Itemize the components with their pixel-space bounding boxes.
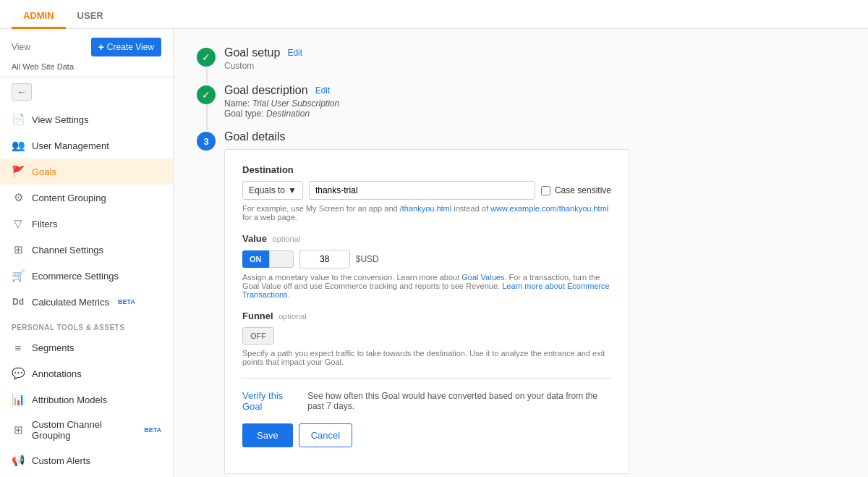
- hint-link-2[interactable]: www.example.com/thankyou.html: [490, 204, 608, 213]
- name-label: Name:: [224, 98, 250, 109]
- create-view-label: Create View: [107, 42, 154, 52]
- step-2-content: Goal description Edit Name: Trial User S…: [224, 84, 845, 119]
- step-2-title-row: Goal description Edit: [224, 84, 845, 97]
- beta-badge-calculated: BETA: [118, 298, 135, 305]
- step-line-1: [206, 67, 208, 84]
- personal-tools-label: PERSONAL TOOLS & ASSETS: [0, 315, 173, 334]
- sidebar: View + Create View All Web Site Data ← 📄…: [0, 29, 174, 477]
- name-value: Trial User Subscription: [252, 98, 339, 109]
- sidebar-item-attribution-models[interactable]: 📊 Attribution Models: [0, 387, 173, 413]
- amount-input[interactable]: [299, 250, 350, 269]
- sidebar-item-goals[interactable]: 🚩 Goals: [0, 159, 173, 185]
- divider: [242, 378, 611, 379]
- sidebar-label-calculated-metrics: Calculated Metrics: [32, 297, 109, 308]
- sidebar-item-filters[interactable]: ▽ Filters: [0, 211, 173, 237]
- chevron-down-icon: ▼: [288, 185, 297, 195]
- step-2-name: Name: Trial User Subscription: [224, 98, 845, 109]
- back-button[interactable]: ←: [12, 83, 32, 101]
- sidebar-item-content-grouping[interactable]: ⚙ Content Grouping: [0, 185, 173, 211]
- equals-to-label: Equals to: [249, 185, 285, 195]
- step-1: ✓ Goal setup Edit Custom: [197, 46, 845, 72]
- funnel-optional: optional: [278, 312, 307, 321]
- funnel-label: Funnel optional: [242, 311, 611, 321]
- sidebar-item-view-settings[interactable]: 📄 View Settings: [0, 106, 173, 132]
- sidebar-item-user-management[interactable]: 👥 User Management: [0, 132, 173, 159]
- goal-type-value: Destination: [266, 109, 310, 119]
- sidebar-label-filters: Filters: [32, 219, 57, 229]
- save-button[interactable]: Save: [242, 423, 293, 447]
- sidebar-label-segments: Segments: [32, 342, 75, 353]
- filter-icon: ▽: [12, 217, 25, 230]
- step-3-title: Goal details: [224, 130, 286, 143]
- sidebar-item-scheduled-emails[interactable]: 🕐 Scheduled Emails: [0, 473, 173, 477]
- value-toggle-row: ON $USD: [242, 250, 611, 269]
- users-icon: 👥: [12, 139, 25, 152]
- sidebar-label-custom-channel-grouping: Custom Channel Grouping: [32, 419, 135, 441]
- create-view-button[interactable]: + Create View: [91, 38, 161, 56]
- channel-icon: ⊞: [12, 243, 25, 256]
- sidebar-item-ecommerce-settings[interactable]: 🛒 Ecommerce Settings: [0, 263, 173, 289]
- equals-to-dropdown[interactable]: Equals to ▼: [242, 181, 303, 200]
- step-1-subtitle: Custom: [224, 61, 845, 71]
- alerts-icon: 📢: [12, 454, 25, 467]
- tab-admin[interactable]: ADMIN: [12, 4, 66, 29]
- back-btn-row: ←: [0, 77, 173, 106]
- cart-icon: 🛒: [12, 269, 25, 282]
- step-1-icon: ✓: [197, 48, 216, 67]
- sidebar-label-ecommerce-settings: Ecommerce Settings: [32, 271, 119, 282]
- document-icon: 📄: [12, 113, 25, 126]
- sidebar-label-view-settings: View Settings: [32, 114, 89, 125]
- step-3-title-row: Goal details: [224, 130, 845, 143]
- cancel-button-1[interactable]: Cancel: [299, 423, 352, 447]
- goal-type-label: Goal type:: [224, 109, 264, 119]
- destination-label: Destination: [242, 164, 611, 175]
- flag-icon: 🚩: [12, 165, 25, 178]
- plus-icon: +: [98, 41, 104, 53]
- verify-row: Verify this Goal See how often this Goal…: [242, 390, 611, 412]
- step-2: ✓ Goal description Edit Name: Trial User…: [197, 84, 845, 119]
- sidebar-label-annotations: Annotations: [32, 368, 82, 379]
- sidebar-item-custom-alerts[interactable]: 📢 Custom Alerts: [0, 447, 173, 473]
- funnel-toggle-off-button[interactable]: OFF: [242, 327, 274, 345]
- step-2-goal-type: Goal type: Destination: [224, 109, 845, 119]
- dd-icon: Dd: [12, 295, 25, 308]
- case-sensitive-row: Case sensitive: [541, 185, 611, 195]
- sidebar-item-calculated-metrics[interactable]: Dd Calculated Metrics BETA: [0, 289, 173, 315]
- value-toggle-off-button[interactable]: [269, 250, 294, 268]
- tab-user[interactable]: USER: [66, 4, 115, 29]
- funnel-hint: Specify a path you expect traffic to tak…: [242, 349, 611, 366]
- sidebar-item-custom-channel-grouping[interactable]: ⊞ Custom Channel Grouping BETA: [0, 413, 173, 447]
- currency-label: $USD: [356, 254, 379, 264]
- sidebar-item-annotations[interactable]: 💬 Annotations: [0, 360, 173, 387]
- step-1-title: Goal setup: [224, 46, 280, 59]
- sidebar-header: View + Create View: [0, 29, 173, 62]
- case-sensitive-checkbox[interactable]: [541, 186, 550, 195]
- attribution-icon: 📊: [12, 393, 25, 406]
- ecommerce-link[interactable]: Learn more about Ecommerce Transactions: [242, 282, 610, 299]
- sidebar-item-channel-settings[interactable]: ⊞ Channel Settings: [0, 237, 173, 263]
- grid-icon: ⚙: [12, 191, 25, 204]
- sidebar-item-segments[interactable]: ≡ Segments: [0, 334, 173, 360]
- site-name: All Web Site Data: [0, 62, 173, 77]
- segments-icon: ≡: [12, 341, 25, 354]
- hint-link-1[interactable]: /thankyou.html: [400, 204, 452, 213]
- destination-hint: For example, use My Screen for an app an…: [242, 204, 611, 221]
- step-3-num: 3: [197, 132, 216, 151]
- main-content: ✓ Goal setup Edit Custom ✓ Goal descript…: [174, 29, 868, 477]
- value-toggle-on-button[interactable]: ON: [242, 250, 269, 268]
- step-line-2: [206, 104, 208, 130]
- step-1-edit-link[interactable]: Edit: [287, 48, 302, 58]
- verify-link[interactable]: Verify this Goal: [242, 390, 299, 412]
- sidebar-label-content-grouping: Content Grouping: [32, 193, 106, 203]
- annotations-icon: 💬: [12, 367, 25, 380]
- step-2-edit-link[interactable]: Edit: [315, 85, 331, 96]
- destination-input[interactable]: [309, 181, 535, 200]
- sidebar-label-channel-settings: Channel Settings: [32, 245, 103, 256]
- step-1-title-row: Goal setup Edit: [224, 46, 845, 59]
- step-3: 3 Goal details Destination Equals to ▼: [197, 130, 845, 477]
- beta-badge-channel: BETA: [144, 426, 161, 434]
- step-2-icon: ✓: [197, 85, 216, 104]
- goal-values-link[interactable]: Goal Values: [461, 273, 504, 282]
- funnel-toggle-row: OFF: [242, 327, 611, 345]
- goal-details-section: Destination Equals to ▼ Case sensitive: [224, 149, 629, 474]
